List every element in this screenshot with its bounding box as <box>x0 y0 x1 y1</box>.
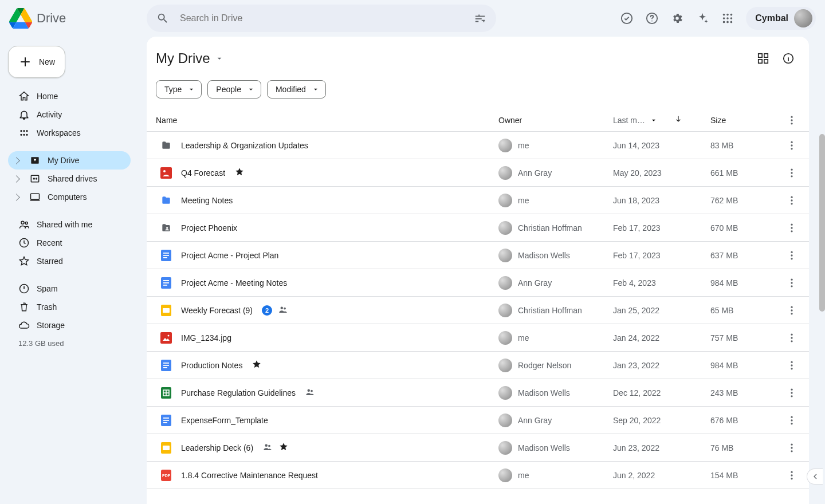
file-size: 65 MB <box>710 306 779 315</box>
row-more-button[interactable] <box>779 360 804 371</box>
nav-workspaces[interactable]: Workspaces <box>8 124 131 142</box>
row-more-button[interactable] <box>779 277 804 289</box>
sort-direction[interactable] <box>674 115 683 125</box>
nav-trash[interactable]: Trash <box>8 298 131 316</box>
file-name: Project Acme - Meeting Notes <box>181 278 287 288</box>
svg-rect-45 <box>163 282 169 284</box>
svg-point-50 <box>168 334 170 336</box>
clock-icon <box>18 237 30 249</box>
nav-recent[interactable]: Recent <box>8 234 131 252</box>
svg-rect-37 <box>160 167 172 179</box>
file-name: Q4 Forecast <box>181 168 225 178</box>
file-row[interactable]: Project Acme - Meeting NotesAnn GrayFeb … <box>147 269 809 297</box>
svg-rect-60 <box>163 418 169 419</box>
scrollbar[interactable] <box>819 134 825 312</box>
row-more-button[interactable] <box>779 167 804 179</box>
search-icon[interactable] <box>151 7 174 30</box>
file-row[interactable]: ExpenseForm_TemplateAnn GraySep 20, 2022… <box>147 407 809 434</box>
svg-rect-42 <box>163 257 167 258</box>
more-icon <box>786 305 798 316</box>
filter-type[interactable]: Type <box>156 80 202 99</box>
file-row[interactable]: Purchase Regulation GuidelinesMadison We… <box>147 379 809 407</box>
settings-icon[interactable] <box>666 7 689 30</box>
nav-starred[interactable]: Starred <box>8 252 131 270</box>
last-modified: Jun 18, 2023 <box>613 196 710 205</box>
account-switcher[interactable]: Cymbal <box>746 7 816 30</box>
nav-shared-drives[interactable]: Shared drives <box>8 170 131 188</box>
file-type-icon: PDF <box>160 470 172 481</box>
row-more-button[interactable] <box>779 222 804 234</box>
search-input[interactable] <box>179 13 464 24</box>
layout-grid-icon[interactable] <box>752 47 775 70</box>
file-size: 76 MB <box>710 443 779 452</box>
row-more-button[interactable] <box>779 442 804 454</box>
col-owner[interactable]: Owner <box>498 116 613 125</box>
row-more-button[interactable] <box>779 140 804 151</box>
location-breadcrumb[interactable]: My Drive <box>156 50 224 66</box>
file-size: 243 MB <box>710 388 779 397</box>
comment-badge: 2 <box>262 305 272 316</box>
file-size: 984 MB <box>710 278 779 288</box>
filter-modified[interactable]: Modified <box>267 80 326 99</box>
last-modified: Jun 23, 2022 <box>613 443 710 452</box>
apps-grid-icon[interactable] <box>716 7 739 30</box>
help-icon[interactable] <box>641 7 663 30</box>
col-name[interactable]: Name <box>156 116 498 125</box>
file-size: 762 MB <box>710 196 779 205</box>
last-modified: Sep 20, 2022 <box>613 416 710 425</box>
people-icon <box>18 219 30 230</box>
filter-people[interactable]: People <box>207 80 261 99</box>
nav-activity[interactable]: Activity <box>8 105 131 124</box>
svg-rect-44 <box>163 280 169 281</box>
file-row[interactable]: PDF1.8.4 Corrective Maintenance Requestm… <box>147 462 809 489</box>
col-header-more[interactable] <box>779 115 804 126</box>
col-size[interactable]: Size <box>710 116 779 125</box>
nav-shared-with-me[interactable]: Shared with me <box>8 215 131 234</box>
file-row[interactable]: Weekly Forecast (9)2Christian HoffmanJan… <box>147 297 809 324</box>
file-row[interactable]: Leadership Deck (6)Madison WellsJun 23, … <box>147 434 809 462</box>
offline-ready-icon[interactable] <box>615 7 638 30</box>
file-type-icon <box>160 415 172 426</box>
file-row[interactable]: Production NotesRodger NelsonJan 23, 202… <box>147 352 809 379</box>
brand[interactable]: Drive <box>9 7 142 30</box>
file-type-icon <box>160 140 172 151</box>
row-more-button[interactable] <box>779 387 804 399</box>
file-name: Leadership Deck (6) <box>181 443 253 452</box>
nav-storage[interactable]: Storage <box>8 316 131 334</box>
nav-my-drive[interactable]: My Drive <box>8 151 131 170</box>
file-row[interactable]: Project PhoenixChristian HoffmanFeb 17, … <box>147 214 809 242</box>
more-icon <box>786 250 798 261</box>
row-more-button[interactable] <box>779 195 804 206</box>
row-more-button[interactable] <box>779 332 804 344</box>
file-type-icon <box>160 305 172 316</box>
header: Drive Cymbal <box>0 0 825 37</box>
row-more-button[interactable] <box>779 250 804 261</box>
search-options-icon[interactable] <box>469 7 492 30</box>
file-type-icon <box>160 167 172 179</box>
row-more-button[interactable] <box>779 470 804 481</box>
file-name: Leadership & Organization Updates <box>181 141 308 150</box>
file-row[interactable]: Project Acme - Project PlanMadison Wells… <box>147 242 809 269</box>
col-last-modified[interactable]: Last m… <box>613 115 710 125</box>
nav-home[interactable]: Home <box>8 87 131 105</box>
details-info-icon[interactable] <box>777 47 800 70</box>
file-row[interactable]: Q4 ForecastAnn GrayMay 20, 2023661 MB <box>147 159 809 187</box>
row-more-button[interactable] <box>779 305 804 316</box>
file-row[interactable]: IMG_1234.jpgmeJan 24, 2022757 MB <box>147 324 809 352</box>
new-button[interactable]: New <box>8 46 65 78</box>
owner-avatar <box>498 194 512 207</box>
search-bar[interactable] <box>147 5 496 32</box>
svg-rect-52 <box>163 363 169 364</box>
nav-computers[interactable]: Computers <box>8 188 131 206</box>
last-modified: Jan 25, 2022 <box>613 306 710 315</box>
owner-avatar <box>498 468 512 482</box>
owner-name: Christian Hoffman <box>518 306 582 315</box>
file-row[interactable]: Meeting NotesmeJun 18, 2023762 MB <box>147 187 809 214</box>
side-panel-toggle[interactable] <box>807 468 823 485</box>
file-type-icon <box>160 250 172 261</box>
nav-spam[interactable]: Spam <box>8 279 131 298</box>
owner-avatar <box>498 359 512 372</box>
row-more-button[interactable] <box>779 415 804 426</box>
file-row[interactable]: Leadership & Organization UpdatesmeJun 1… <box>147 132 809 159</box>
gemini-sparkle-icon[interactable] <box>691 7 714 30</box>
